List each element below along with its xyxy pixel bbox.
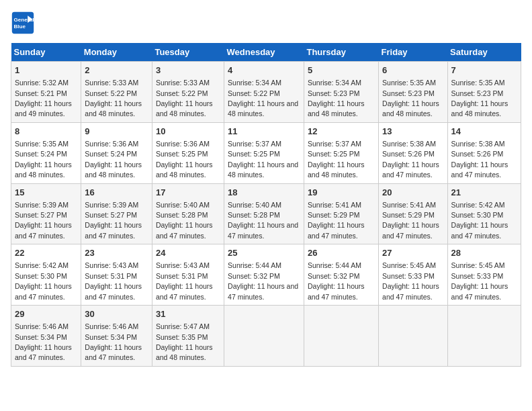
- day-number: 23: [85, 247, 148, 259]
- daylight-info: Daylight: 11 hours and 49 minutes.: [15, 99, 72, 118]
- sunset-info: Sunset: 5:25 PM: [156, 150, 208, 158]
- day-number: 22: [15, 247, 77, 259]
- day-number: 4: [228, 64, 300, 77]
- logo: General Blue: [11, 11, 39, 35]
- sunrise-info: Sunrise: 5:46 AM: [15, 322, 69, 330]
- calendar-cell: 18 Sunrise: 5:40 AM Sunset: 5:28 PM Dayl…: [224, 183, 304, 244]
- calendar-cell: 30 Sunrise: 5:46 AM Sunset: 5:34 PM Dayl…: [81, 306, 152, 367]
- sunset-info: Sunset: 5:25 PM: [308, 150, 360, 158]
- calendar-week-5: 29 Sunrise: 5:46 AM Sunset: 5:34 PM Dayl…: [11, 306, 521, 367]
- daylight-info: Daylight: 11 hours and 48 minutes.: [156, 99, 213, 118]
- day-number: 6: [382, 64, 444, 77]
- sunrise-info: Sunrise: 5:42 AM: [451, 201, 505, 209]
- day-number: 8: [15, 126, 77, 138]
- day-number: 13: [382, 126, 444, 138]
- calendar-cell: 5 Sunrise: 5:34 AM Sunset: 5:23 PM Dayli…: [304, 62, 378, 123]
- calendar-cell: 9 Sunrise: 5:36 AM Sunset: 5:24 PM Dayli…: [81, 122, 152, 183]
- sunset-info: Sunset: 5:32 PM: [308, 272, 360, 280]
- sunset-info: Sunset: 5:34 PM: [85, 333, 137, 341]
- sunrise-info: Sunrise: 5:43 AM: [156, 261, 210, 269]
- calendar-cell: 22 Sunrise: 5:42 AM Sunset: 5:30 PM Dayl…: [11, 244, 81, 306]
- daylight-info: Daylight: 11 hours and 48 minutes.: [85, 99, 142, 118]
- daylight-info: Daylight: 11 hours and 48 minutes.: [228, 161, 298, 179]
- sunset-info: Sunset: 5:29 PM: [308, 211, 360, 219]
- sunset-info: Sunset: 5:30 PM: [451, 211, 504, 219]
- calendar-cell: [224, 306, 304, 367]
- day-number: 27: [382, 247, 444, 259]
- sunrise-info: Sunrise: 5:45 AM: [451, 261, 505, 269]
- daylight-info: Daylight: 11 hours and 47 minutes.: [85, 221, 142, 239]
- sunset-info: Sunset: 5:26 PM: [382, 150, 435, 158]
- calendar-cell: 8 Sunrise: 5:35 AM Sunset: 5:24 PM Dayli…: [11, 122, 81, 183]
- day-number: 26: [308, 247, 375, 259]
- sunset-info: Sunset: 5:32 PM: [228, 272, 280, 280]
- sunrise-info: Sunrise: 5:34 AM: [308, 79, 361, 87]
- sunset-info: Sunset: 5:28 PM: [156, 211, 208, 219]
- calendar-week-1: 1 Sunrise: 5:32 AM Sunset: 5:21 PM Dayli…: [11, 62, 521, 123]
- sunset-info: Sunset: 5:33 PM: [451, 272, 504, 280]
- daylight-info: Daylight: 11 hours and 48 minutes.: [308, 99, 365, 118]
- sunrise-info: Sunrise: 5:35 AM: [15, 140, 69, 148]
- daylight-info: Daylight: 11 hours and 48 minutes.: [451, 99, 508, 118]
- day-number: 30: [85, 308, 148, 320]
- sunrise-info: Sunrise: 5:47 AM: [156, 322, 210, 330]
- calendar-cell: 7 Sunrise: 5:35 AM Sunset: 5:23 PM Dayli…: [447, 62, 521, 123]
- sunrise-info: Sunrise: 5:46 AM: [85, 322, 138, 330]
- sunrise-info: Sunrise: 5:36 AM: [85, 140, 138, 148]
- daylight-info: Daylight: 11 hours and 47 minutes.: [451, 282, 508, 300]
- sunrise-info: Sunrise: 5:44 AM: [228, 261, 281, 269]
- sunset-info: Sunset: 5:22 PM: [228, 89, 280, 97]
- calendar-cell: 6 Sunrise: 5:35 AM Sunset: 5:23 PM Dayli…: [379, 62, 448, 123]
- sunset-info: Sunset: 5:31 PM: [156, 272, 208, 280]
- day-number: 21: [451, 187, 517, 199]
- calendar-cell: 3 Sunrise: 5:33 AM Sunset: 5:22 PM Dayli…: [152, 62, 224, 123]
- day-number: 15: [15, 187, 77, 199]
- sunset-info: Sunset: 5:22 PM: [156, 89, 208, 97]
- col-header-thursday: Thursday: [304, 43, 378, 62]
- logo-icon: General Blue: [11, 11, 35, 35]
- calendar-week-4: 22 Sunrise: 5:42 AM Sunset: 5:30 PM Dayl…: [11, 244, 521, 306]
- daylight-info: Daylight: 11 hours and 47 minutes.: [156, 221, 213, 239]
- sunset-info: Sunset: 5:23 PM: [451, 89, 504, 97]
- sunset-info: Sunset: 5:23 PM: [382, 89, 435, 97]
- daylight-info: Daylight: 11 hours and 47 minutes.: [85, 343, 142, 361]
- daylight-info: Daylight: 11 hours and 47 minutes.: [382, 282, 439, 300]
- sunset-info: Sunset: 5:21 PM: [15, 89, 67, 97]
- calendar-cell: 23 Sunrise: 5:43 AM Sunset: 5:31 PM Dayl…: [81, 244, 152, 306]
- daylight-info: Daylight: 11 hours and 48 minutes.: [156, 161, 213, 179]
- sunrise-info: Sunrise: 5:40 AM: [156, 201, 210, 209]
- sunrise-info: Sunrise: 5:37 AM: [228, 140, 281, 148]
- col-header-wednesday: Wednesday: [224, 43, 304, 62]
- calendar-cell: 26 Sunrise: 5:44 AM Sunset: 5:32 PM Dayl…: [304, 244, 378, 306]
- daylight-info: Daylight: 11 hours and 47 minutes.: [228, 282, 298, 300]
- calendar-cell: 25 Sunrise: 5:44 AM Sunset: 5:32 PM Dayl…: [224, 244, 304, 306]
- day-number: 24: [156, 247, 220, 259]
- sunset-info: Sunset: 5:25 PM: [228, 150, 280, 158]
- calendar-cell: 27 Sunrise: 5:45 AM Sunset: 5:33 PM Dayl…: [379, 244, 448, 306]
- calendar-cell: 24 Sunrise: 5:43 AM Sunset: 5:31 PM Dayl…: [152, 244, 224, 306]
- sunrise-info: Sunrise: 5:43 AM: [85, 261, 138, 269]
- col-header-friday: Friday: [379, 43, 448, 62]
- sunrise-info: Sunrise: 5:37 AM: [308, 140, 361, 148]
- day-number: 5: [308, 64, 375, 77]
- sunset-info: Sunset: 5:29 PM: [382, 211, 435, 219]
- sunrise-info: Sunrise: 5:39 AM: [85, 201, 138, 209]
- sunset-info: Sunset: 5:31 PM: [85, 272, 137, 280]
- day-number: 9: [85, 126, 148, 138]
- calendar-cell: 13 Sunrise: 5:38 AM Sunset: 5:26 PM Dayl…: [379, 122, 448, 183]
- page-header: General Blue: [11, 11, 521, 35]
- calendar-header: SundayMondayTuesdayWednesdayThursdayFrid…: [11, 43, 521, 62]
- day-number: 3: [156, 64, 220, 77]
- sunset-info: Sunset: 5:30 PM: [15, 272, 67, 280]
- col-header-saturday: Saturday: [447, 43, 521, 62]
- calendar-table: SundayMondayTuesdayWednesdayThursdayFrid…: [11, 43, 521, 367]
- day-number: 28: [451, 247, 517, 259]
- day-number: 12: [308, 126, 375, 138]
- svg-text:Blue: Blue: [14, 24, 26, 30]
- daylight-info: Daylight: 11 hours and 47 minutes.: [451, 221, 508, 239]
- daylight-info: Daylight: 11 hours and 47 minutes.: [382, 221, 439, 239]
- col-header-sunday: Sunday: [11, 43, 81, 62]
- sunrise-info: Sunrise: 5:38 AM: [451, 140, 505, 148]
- sunrise-info: Sunrise: 5:36 AM: [156, 140, 210, 148]
- day-number: 14: [451, 126, 517, 138]
